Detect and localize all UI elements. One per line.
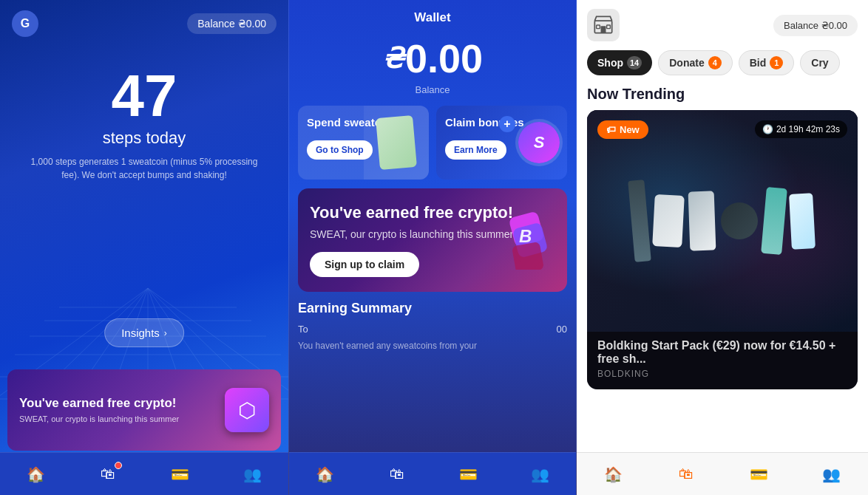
shop-nav-wallet[interactable]: 💳 xyxy=(749,465,768,484)
wallet-nav-shop[interactable]: 🛍 xyxy=(387,465,407,484)
steps-number: 47 xyxy=(0,66,288,126)
product-card-boldking[interactable]: 🏷 New 🕐 2d 19h 42m 23s Boldking Start Pa… xyxy=(587,110,858,389)
shop-home-icon: 🏠 xyxy=(603,465,623,484)
donate-tab-count: 4 xyxy=(708,56,722,69)
summary-value: 00 xyxy=(557,324,567,335)
wallet-home-icon: 🏠 xyxy=(316,465,335,484)
wallet-shop-icon: 🛍 xyxy=(387,465,407,484)
svg-rect-22 xyxy=(607,25,611,29)
tab-donate[interactable]: Donate 4 xyxy=(658,50,732,75)
claim-card[interactable]: Claim bonuses Earn More + S xyxy=(436,106,567,180)
shop-friends-icon: 👥 xyxy=(822,465,841,484)
earning-summary: Earning Summary To 00 You haven't earned… xyxy=(289,301,576,351)
sweat-coin-icon: S xyxy=(518,122,560,163)
shop-logo xyxy=(587,9,620,41)
steps-count-area: 47 steps today xyxy=(0,66,288,148)
wallet-header: Wallet xyxy=(289,0,576,35)
nav-shop[interactable]: 🛍 xyxy=(98,465,118,484)
friends-icon: 👥 xyxy=(243,465,262,484)
shop-bag-icon2: 🛍 xyxy=(677,465,696,484)
crypto-banner-title: You've earned free crypto! xyxy=(19,395,225,411)
go-to-shop-button[interactable]: Go to Shop xyxy=(307,140,373,160)
crypto-earn-card[interactable]: You've earned free crypto! SWEAT, our cr… xyxy=(298,188,567,292)
wallet-currency-symbol: ₴ xyxy=(382,42,404,75)
steps-balance: Balance ₴0.00 xyxy=(187,13,277,34)
product-name: Boldking Start Pack (€29) now for €14.50… xyxy=(597,339,847,366)
nav-friends[interactable]: 👥 xyxy=(243,465,262,484)
product-items-overlay xyxy=(587,110,858,332)
crypto-3d-icon: B xyxy=(493,203,560,279)
steps-bottom-nav: 🏠 🛍 💳 👥 xyxy=(0,452,288,495)
tab-bid[interactable]: Bid 1 xyxy=(739,50,795,75)
home-icon: 🏠 xyxy=(27,465,46,484)
earning-summary-title: Earning Summary xyxy=(298,301,567,316)
wallet-nav-home[interactable]: 🏠 xyxy=(316,465,335,484)
wallet-bottom-nav: 🏠 🛍 💳 👥 xyxy=(289,452,576,495)
summary-label: To xyxy=(298,324,308,335)
new-badge: 🏷 New xyxy=(597,120,648,139)
shop-panel: Balance ₴0.00 Shop 14 Donate 4 Bid 1 Cry… xyxy=(577,0,868,495)
shop-nav-shop[interactable]: 🛍 xyxy=(677,465,696,484)
summary-row: To 00 xyxy=(298,324,567,335)
shop-tab-count: 14 xyxy=(627,56,642,69)
wallet-icon: 💳 xyxy=(171,465,190,484)
wallet-balance-main: 0.00 xyxy=(405,35,483,81)
steps-label: steps today xyxy=(0,129,288,148)
shop-bottom-nav: 🏠 🛍 💳 👥 xyxy=(577,452,868,495)
shop-badge xyxy=(115,462,122,469)
timer-badge: 🕐 2d 19h 42m 23s xyxy=(755,120,847,138)
crypto-icon: ⬡ xyxy=(225,388,269,432)
nav-wallet[interactable]: 💳 xyxy=(171,465,190,484)
tab-cry[interactable]: Cry xyxy=(800,50,839,75)
spend-card[interactable]: Spend sweatcoins Go to Shop xyxy=(298,106,429,180)
nav-home[interactable]: 🏠 xyxy=(27,465,46,484)
section-title-trending: Now Trending xyxy=(577,83,868,110)
svg-text:B: B xyxy=(519,226,532,246)
steps-description: 1,000 steps generates 1 sweatcoin (minus… xyxy=(0,148,288,189)
steps-header: G Balance ₴0.00 xyxy=(0,0,288,44)
wallet-cards-row: Spend sweatcoins Go to Shop Claim bonuse… xyxy=(289,106,576,180)
clock-icon: 🕐 xyxy=(762,124,773,134)
insights-button[interactable]: Insights › xyxy=(104,318,184,347)
wallet-balance-label: Balance xyxy=(289,84,576,95)
user-avatar[interactable]: G xyxy=(12,10,38,37)
shop-tabs-row: Shop 14 Donate 4 Bid 1 Cry xyxy=(577,47,868,83)
crypto-banner-steps[interactable]: You've earned free crypto! SWEAT, our cr… xyxy=(7,369,281,451)
wallet-title: Wallet xyxy=(301,10,564,25)
svg-rect-20 xyxy=(601,26,606,33)
tag-icon: 🏷 xyxy=(606,124,616,135)
wallet-friends-icon: 👥 xyxy=(531,465,550,484)
chevron-right-icon: › xyxy=(164,328,167,338)
wallet-nav-wallet[interactable]: 💳 xyxy=(459,465,478,484)
wallet-wallet-icon: 💳 xyxy=(459,465,478,484)
spend-card-image xyxy=(364,106,430,180)
product-image: 🏷 New 🕐 2d 19h 42m 23s xyxy=(587,110,858,332)
svg-rect-21 xyxy=(597,25,600,29)
svg-rect-18 xyxy=(512,242,544,270)
sign-up-button[interactable]: Sign up to claim xyxy=(310,252,419,277)
shop-nav-home[interactable]: 🏠 xyxy=(603,465,623,484)
product-brand: BOLDKING xyxy=(597,369,847,379)
tab-shop[interactable]: Shop 14 xyxy=(587,50,652,75)
wallet-panel: Wallet ₴ 0.00 Balance Spend sweatcoins G… xyxy=(288,0,577,495)
shop-wallet-icon: 💳 xyxy=(749,465,768,484)
steps-panel: G Balance ₴0.00 47 steps today 1,000 ste… xyxy=(0,0,288,495)
crypto-banner-subtitle: SWEAT, our crypto is launching this summ… xyxy=(19,414,225,424)
store-icon xyxy=(593,15,614,35)
wallet-nav-friends[interactable]: 👥 xyxy=(531,465,550,484)
shop-nav-friends[interactable]: 👥 xyxy=(822,465,841,484)
product-info: Boldking Start Pack (€29) now for €14.50… xyxy=(587,332,858,389)
shop-balance: Balance ₴0.00 xyxy=(773,15,858,36)
earn-more-button[interactable]: Earn More xyxy=(445,140,506,160)
bid-tab-count: 1 xyxy=(770,56,783,69)
plus-icon: + xyxy=(499,116,515,132)
summary-note: You haven't earned any sweatcoins from y… xyxy=(298,341,567,351)
shop-header: Balance ₴0.00 xyxy=(577,0,868,47)
